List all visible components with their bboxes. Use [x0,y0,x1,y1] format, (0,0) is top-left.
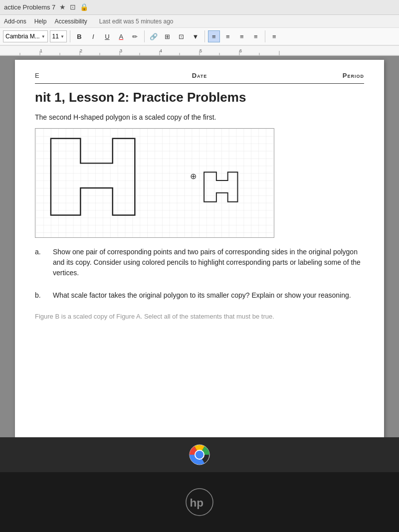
problem-part-a: a. Show one pair of corresponding points… [35,247,364,278]
hp-area: hp [0,472,399,532]
font-color-label: A [119,33,124,40]
font-size-label: 11 [52,33,59,40]
toolbar-divider-2 [144,30,145,42]
menu-accessibility[interactable]: Accessibility [54,18,87,25]
hp-logo-svg: hp [185,487,214,517]
doc-icon[interactable]: ⊡ [70,3,76,11]
taskbar [0,437,399,472]
menu-bar: Add-ons Help Accessibility Last edit was… [0,15,399,28]
align-left-button[interactable]: ≡ [208,30,220,42]
insert-link-button[interactable]: ⊞ [162,30,174,42]
problem-description: The second H-shaped polygon is a scaled … [35,113,364,121]
image-button[interactable]: ⊡ [176,30,188,42]
italic-button[interactable]: I [87,30,99,42]
toolbar-divider-4 [265,30,265,42]
pencil-button[interactable]: ✏ [129,30,141,42]
bottom-fade-text: Figure B is a scaled copy of Figure A. S… [35,313,364,320]
chrome-icon-button[interactable] [188,443,211,467]
font-size-selector[interactable]: 11 ▼ [50,30,67,42]
document-page: E Date Period nit 1, Lesson 2: Practice … [15,60,384,468]
part-a-label: a. [35,247,45,278]
svg-text:2: 2 [80,48,82,53]
part-a-text: Show one pair of corresponding points an… [53,247,364,278]
menu-addons[interactable]: Add-ons [4,18,26,25]
underline-button[interactable]: U [101,30,113,42]
toolbar: Cambria M... ▼ 11 ▼ B I U A ✏ 🔗 ⊞ ⊡ ▼ ≡ … [0,28,399,46]
header-row: E Date Period [35,70,364,84]
image-dropdown[interactable]: ▼ [190,30,201,42]
font-family-label: Cambria M... [5,33,40,40]
part-b-text: What scale factor takes the original pol… [53,290,364,301]
bold-button[interactable]: B [73,30,85,42]
ruler: 1 2 3 4 5 6 [0,46,399,56]
title-bar: actice Problems 7 ★ ⊡ 🔒 [0,0,399,15]
font-color-button[interactable]: A [115,30,127,42]
part-b-label: b. [35,290,45,301]
line-spacing-button[interactable]: ≡ [268,30,280,42]
lock-icon[interactable]: 🔒 [80,3,88,11]
problem-part-b: b. What scale factor takes the original … [35,290,364,301]
chrome-logo-svg [188,443,211,467]
star-icon[interactable]: ★ [59,3,66,11]
menu-help[interactable]: Help [34,18,47,25]
figure-svg: ⊕ [35,129,274,237]
document-area: E Date Period nit 1, Lesson 2: Practice … [0,56,399,472]
date-label: Date [145,72,254,79]
svg-text:3: 3 [120,48,122,53]
name-label: E [35,72,145,79]
toolbar-divider-3 [204,30,205,42]
figure-container[interactable]: ⊕ [35,128,274,238]
page-title: nit 1, Lesson 2: Practice Problems [35,90,364,105]
period-label: Period [254,72,364,79]
font-family-arrow: ▼ [41,34,45,39]
toolbar-divider-1 [70,30,70,42]
svg-text:hp: hp [190,497,204,509]
svg-text:5: 5 [200,48,202,53]
svg-text:6: 6 [239,48,242,53]
svg-text:⊕: ⊕ [190,172,197,180]
align-right-button[interactable]: ≡ [236,30,248,42]
svg-point-29 [196,451,203,459]
svg-text:1: 1 [40,48,42,53]
font-family-selector[interactable]: Cambria M... ▼ [3,30,48,42]
font-size-arrow: ▼ [60,34,64,39]
svg-text:4: 4 [160,48,162,53]
align-center-button[interactable]: ≡ [222,30,234,42]
document-title: actice Problems 7 [4,3,55,11]
last-edit-text: Last edit was 5 minutes ago [99,18,174,25]
align-justify-button[interactable]: ≡ [250,30,262,42]
ruler-svg: 1 2 3 4 5 6 [0,46,399,56]
problem-parts: a. Show one pair of corresponding points… [35,247,364,301]
link-button[interactable]: 🔗 [148,30,160,42]
